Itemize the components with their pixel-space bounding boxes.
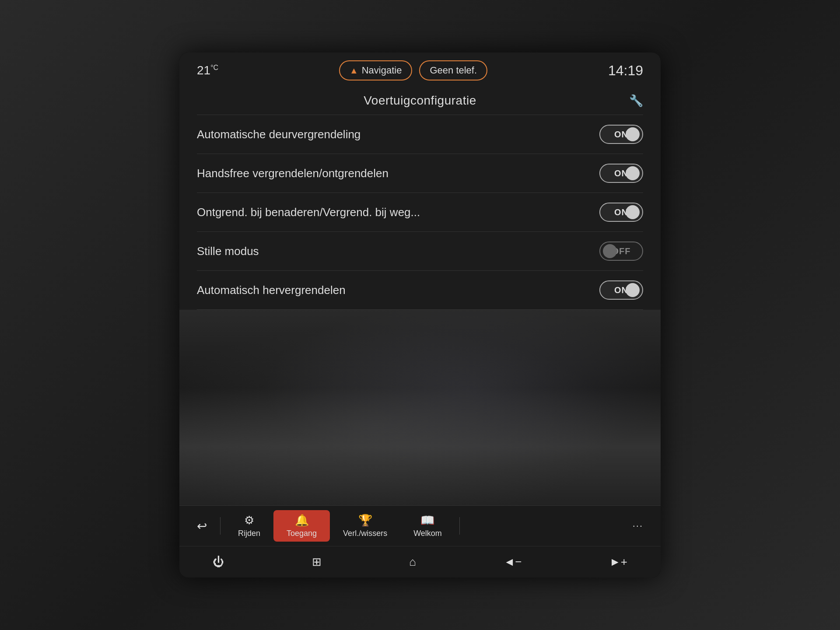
temperature-unit: °C — [210, 64, 218, 71]
toggle-silent-mode-knob — [603, 244, 617, 258]
setting-label-auto-lock: Automatische deurvergrendeling — [197, 128, 360, 141]
back-button[interactable]: ↩ — [188, 514, 216, 538]
toggle-auto-relock[interactable]: ON — [599, 280, 643, 300]
temperature-value: 21 — [197, 63, 210, 77]
phone-button[interactable]: Geen telef. — [419, 60, 487, 80]
setting-row-silent-mode: Stille modus OFF — [197, 232, 643, 271]
status-buttons: ▲ Navigatie Geen telef. — [339, 60, 487, 80]
nav-button-label: Navigatie — [362, 65, 402, 76]
temperature-display: 21°C — [197, 63, 218, 77]
more-button[interactable]: ··· — [624, 516, 652, 536]
tab-verl-wissers[interactable]: 🏆 Verl./wissers — [330, 510, 400, 542]
setting-row-unlock-approach: Ontgrend. bij benaderen/Vergrend. bij we… — [197, 193, 643, 232]
status-bar: 21°C ▲ Navigatie Geen telef. 14:19 — [179, 52, 661, 85]
setting-row-auto-lock: Automatische deurvergrendeling ON — [197, 115, 643, 154]
grid-button[interactable]: ⊞ — [305, 552, 329, 572]
phone-button-label: Geen telef. — [430, 65, 477, 76]
tab-welkom[interactable]: 📖 Welkom — [400, 510, 455, 542]
vol-down-button[interactable]: ◄− — [497, 552, 529, 572]
settings-list: Automatische deurvergrendeling ON Handsf… — [197, 115, 643, 310]
toggle-handsfree-knob — [626, 166, 640, 180]
bottom-navigation: ↩ ⚙ Rijden 🔔 Toegang 🏆 Verl./wissers 📖 W… — [179, 505, 661, 578]
setting-label-auto-relock: Automatisch hervergrendelen — [197, 284, 346, 297]
toggle-unlock-approach-knob — [626, 205, 640, 219]
nav-divider-1 — [220, 517, 220, 535]
system-bar: ⏻ ⊞ ⌂ ◄− ►+ — [179, 546, 661, 578]
nav-divider-2 — [459, 517, 460, 535]
setting-row-handsfree: Handsfree vergrendelen/ontgrendelen ON — [197, 154, 643, 193]
toegang-icon: 🔔 — [295, 514, 309, 527]
infotainment-screen: 21°C ▲ Navigatie Geen telef. 14:19 Voert… — [179, 52, 661, 578]
setting-label-silent-mode: Stille modus — [197, 245, 259, 258]
nav-arrow-icon: ▲ — [350, 66, 358, 76]
setting-row-auto-relock: Automatisch hervergrendelen ON — [197, 271, 643, 310]
vol-up-button[interactable]: ►+ — [602, 552, 634, 572]
clock-display: 14:19 — [608, 63, 643, 79]
verl-wissers-icon: 🏆 — [358, 514, 372, 527]
toggle-auto-lock[interactable]: ON — [599, 125, 643, 144]
rijden-label: Rijden — [238, 529, 260, 538]
home-button[interactable]: ⌂ — [402, 552, 423, 572]
toggle-handsfree[interactable]: ON — [599, 164, 643, 183]
setting-label-handsfree: Handsfree vergrendelen/ontgrendelen — [197, 167, 388, 180]
rijden-icon: ⚙ — [244, 514, 254, 527]
welkom-label: Welkom — [413, 529, 442, 538]
car-config-icon: 🔧 — [629, 94, 643, 108]
tab-rijden[interactable]: ⚙ Rijden — [225, 510, 273, 542]
nav-tabs-bar: ↩ ⚙ Rijden 🔔 Toegang 🏆 Verl./wissers 📖 W… — [179, 506, 661, 546]
toggle-auto-lock-knob — [626, 127, 640, 141]
navigation-button[interactable]: ▲ Navigatie — [339, 60, 413, 80]
setting-label-unlock-approach: Ontgrend. bij benaderen/Vergrend. bij we… — [197, 206, 420, 219]
page-title: Voertuigconfiguratie — [364, 94, 476, 108]
toggle-auto-relock-knob — [626, 283, 640, 297]
camera-area — [179, 310, 661, 505]
toegang-label: Toegang — [287, 529, 317, 538]
welkom-icon: 📖 — [420, 514, 434, 527]
power-button[interactable]: ⏻ — [206, 552, 231, 572]
verl-wissers-label: Verl./wissers — [343, 529, 387, 538]
reflection-overlay — [179, 310, 661, 505]
toggle-silent-mode[interactable]: OFF — [599, 242, 643, 261]
main-content: Voertuigconfiguratie 🔧 Automatische deur… — [179, 85, 661, 310]
toggle-unlock-approach[interactable]: ON — [599, 203, 643, 222]
page-header: Voertuigconfiguratie 🔧 — [197, 85, 643, 115]
tab-toegang[interactable]: 🔔 Toegang — [273, 510, 330, 542]
